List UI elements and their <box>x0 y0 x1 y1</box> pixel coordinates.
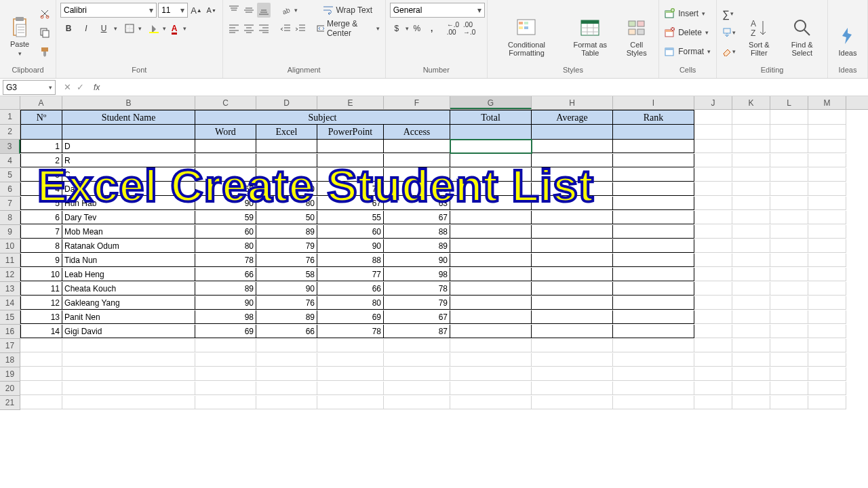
total-cell[interactable] <box>450 253 532 267</box>
row-header[interactable]: 6 <box>0 182 20 197</box>
total-cell[interactable] <box>450 182 532 196</box>
cell[interactable] <box>62 382 195 395</box>
chevron-down-icon[interactable]: ▾ <box>178 5 187 15</box>
score-excel[interactable]: 76 <box>256 253 317 267</box>
fill-button[interactable]: ▾ <box>721 25 737 40</box>
wrap-text-button[interactable]: Wrap Text <box>315 3 381 18</box>
cell[interactable] <box>770 282 808 296</box>
increase-decimal-button[interactable]: ←.0.00 <box>446 21 460 36</box>
score-access[interactable]: 89 <box>384 239 450 253</box>
total-cell[interactable] <box>450 197 532 210</box>
score-word[interactable] <box>195 168 256 182</box>
borders-button[interactable] <box>123 21 136 36</box>
cell[interactable] <box>808 110 846 125</box>
header-rank[interactable]: Rank <box>613 110 694 125</box>
col-header-E[interactable]: E <box>317 96 384 109</box>
cell[interactable] <box>808 396 846 409</box>
conditional-formatting-button[interactable]: Conditional Formatting <box>492 3 562 58</box>
total-cell[interactable] <box>450 211 532 224</box>
cell[interactable] <box>732 396 770 409</box>
cell[interactable] <box>770 125 808 140</box>
cell[interactable] <box>317 367 384 381</box>
average-cell[interactable] <box>532 253 613 267</box>
average-cell[interactable] <box>532 140 613 153</box>
cell[interactable] <box>808 182 846 196</box>
cell[interactable] <box>732 225 770 239</box>
align-center-button[interactable] <box>242 21 256 36</box>
format-painter-button[interactable] <box>38 44 52 59</box>
clear-button[interactable]: ▾ <box>721 44 737 59</box>
student-no[interactable]: 4 <box>20 182 62 196</box>
fill-color-button[interactable] <box>147 21 161 36</box>
cell[interactable] <box>732 197 770 210</box>
student-no[interactable]: 5 <box>20 197 62 210</box>
cell[interactable] <box>808 140 846 153</box>
cell[interactable] <box>770 110 808 125</box>
student-no[interactable]: 9 <box>20 253 62 267</box>
row-header[interactable]: 14 <box>0 296 20 310</box>
row-header[interactable]: 17 <box>0 339 20 353</box>
cell[interactable] <box>317 353 384 367</box>
cell[interactable] <box>613 339 694 352</box>
cell[interactable] <box>694 211 732 224</box>
rank-cell[interactable] <box>613 253 694 267</box>
score-excel[interactable] <box>256 168 317 182</box>
chevron-down-icon[interactable]: ▾ <box>146 5 156 15</box>
row-header[interactable]: 21 <box>0 396 20 410</box>
cell[interactable] <box>613 367 694 381</box>
row-header[interactable]: 8 <box>0 211 20 225</box>
score-ppt[interactable]: 88 <box>317 253 384 267</box>
cell[interactable] <box>808 197 846 210</box>
cell[interactable] <box>732 253 770 267</box>
student-name[interactable]: Panit Nen <box>62 310 195 324</box>
cell[interactable] <box>613 396 694 409</box>
score-excel[interactable]: 89 <box>256 225 317 239</box>
average-cell[interactable] <box>532 296 613 310</box>
student-name[interactable]: Ratanak Odum <box>62 239 195 253</box>
score-excel[interactable]: 66 <box>256 325 317 338</box>
cell[interactable] <box>732 211 770 224</box>
student-name[interactable]: Dane <box>62 182 195 196</box>
average-cell[interactable] <box>532 325 613 338</box>
align-top-button[interactable] <box>227 3 241 18</box>
score-access[interactable]: 67 <box>384 211 450 224</box>
col-header-C[interactable]: C <box>195 96 256 109</box>
cell[interactable] <box>808 253 846 267</box>
header-word[interactable]: Word <box>195 125 256 140</box>
student-no[interactable]: 7 <box>20 225 62 239</box>
cell[interactable] <box>732 367 770 381</box>
font-name-combo[interactable]: ▾ <box>60 3 157 18</box>
average-cell[interactable] <box>532 268 613 281</box>
cell[interactable] <box>62 367 195 381</box>
chevron-down-icon[interactable]: ▾ <box>405 25 409 32</box>
header-no[interactable]: Nº <box>20 110 62 125</box>
score-word[interactable]: 60 <box>195 225 256 239</box>
cell[interactable] <box>20 382 62 395</box>
align-middle-button[interactable] <box>242 3 256 18</box>
row-header[interactable]: 7 <box>0 197 20 211</box>
cell[interactable] <box>808 211 846 224</box>
header-total[interactable] <box>450 125 532 140</box>
student-name[interactable]: D <box>62 140 195 153</box>
col-header-K[interactable]: K <box>732 96 770 109</box>
score-excel[interactable] <box>256 154 317 167</box>
header-total[interactable]: Total <box>450 110 532 125</box>
cell[interactable] <box>195 367 256 381</box>
cell[interactable] <box>450 339 532 352</box>
score-ppt[interactable]: 70 <box>317 182 384 196</box>
col-header-B[interactable]: B <box>62 96 195 109</box>
total-cell[interactable] <box>450 168 532 182</box>
cell[interactable] <box>770 396 808 409</box>
student-name[interactable]: Hun Hab <box>62 197 195 210</box>
col-header-D[interactable]: D <box>256 96 317 109</box>
cell[interactable] <box>732 296 770 310</box>
cell[interactable] <box>770 253 808 267</box>
cell[interactable] <box>694 225 732 239</box>
cell[interactable] <box>20 339 62 352</box>
cell[interactable] <box>613 353 694 367</box>
score-ppt[interactable]: 60 <box>317 225 384 239</box>
score-access[interactable] <box>384 168 450 182</box>
cell[interactable] <box>532 382 613 395</box>
average-cell[interactable] <box>532 225 613 239</box>
format-button[interactable]: Format ▾ <box>663 44 712 59</box>
